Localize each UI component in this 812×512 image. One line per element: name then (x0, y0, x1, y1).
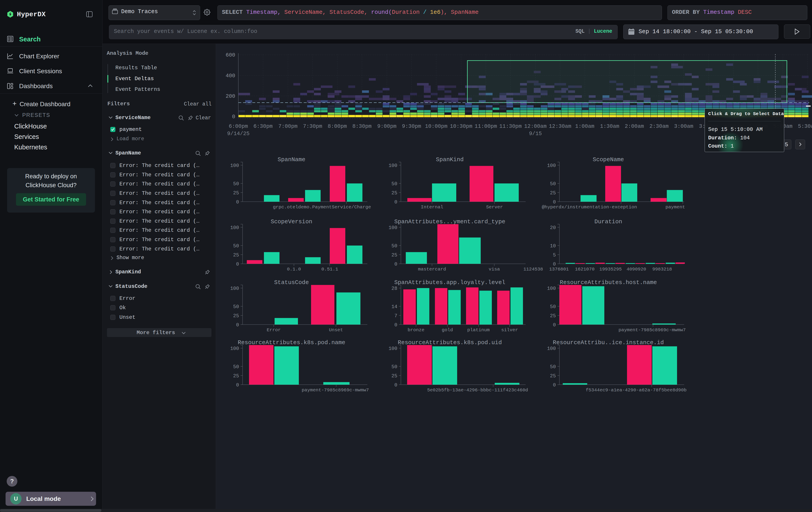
svg-text:0: 0 (395, 199, 397, 205)
svg-text:50: 50 (392, 181, 397, 187)
svg-text:100: 100 (547, 346, 556, 351)
svg-text:25: 25 (233, 373, 239, 379)
svg-text:SpanKind: SpanKind (436, 156, 464, 163)
svg-text:1:30am: 1:30am (600, 123, 619, 129)
svg-text:silver: silver (501, 327, 518, 332)
svg-text:50: 50 (233, 243, 239, 249)
svg-text:payment-7985c8969c-mwmw7: payment-7985c8969c-mwmw7 (618, 327, 686, 332)
svg-text:20: 20 (550, 225, 556, 231)
svg-text:SpanAttributes...yment.card_ty: SpanAttributes...yment.card_type (394, 218, 505, 225)
svg-text:f5344ec9-a1ea-4290-a62a-78f5be: f5344ec9-a1ea-4290-a62a-78f5bee8d90b (586, 387, 687, 393)
svg-text:visa: visa (489, 267, 500, 272)
svg-text:25: 25 (550, 373, 556, 379)
svg-text:25: 25 (233, 190, 239, 196)
svg-text:11:00pm: 11:00pm (475, 123, 497, 129)
svg-text:100: 100 (388, 346, 397, 351)
svg-text:1621070: 1621070 (575, 267, 594, 272)
svg-text:3:00am: 3:00am (674, 123, 693, 129)
svg-text:6:00pm: 6:00pm (229, 123, 248, 129)
svg-text:25: 25 (233, 252, 239, 258)
svg-text:50: 50 (550, 364, 556, 370)
svg-text:9:30pm: 9:30pm (402, 123, 421, 129)
svg-text:grpc.oteldemo.PaymentService/C: grpc.oteldemo.PaymentService/Charge (273, 205, 371, 210)
svg-text:100: 100 (388, 163, 397, 168)
svg-text:0: 0 (236, 382, 239, 388)
svg-text:0: 0 (236, 199, 239, 205)
svg-text:1:00am: 1:00am (575, 123, 594, 129)
svg-text:1124538: 1124538 (523, 267, 543, 272)
svg-text:ResourceAttributes.host.name: ResourceAttributes.host.name (560, 279, 657, 286)
svg-text:7:00pm: 7:00pm (279, 123, 297, 129)
svg-text:19935295: 19935295 (600, 267, 622, 272)
svg-text:50: 50 (233, 364, 239, 370)
svg-text:ScopeName: ScopeName (593, 156, 624, 163)
svg-text:50: 50 (392, 243, 397, 249)
svg-text:payment-7985c8969c-mwmw7: payment-7985c8969c-mwmw7 (302, 387, 369, 393)
svg-text:100: 100 (388, 225, 397, 231)
svg-text:0: 0 (553, 199, 556, 205)
svg-text:25: 25 (233, 313, 239, 319)
svg-text:25: 25 (550, 190, 556, 196)
svg-text:@hyperdx/instrumentation-excep: @hyperdx/instrumentation-exception (542, 205, 637, 210)
svg-text:0: 0 (553, 322, 556, 328)
svg-text:25: 25 (392, 252, 397, 258)
svg-text:100: 100 (230, 163, 239, 168)
svg-text:8:30pm: 8:30pm (352, 123, 372, 129)
svg-text:0.51.1: 0.51.1 (321, 267, 338, 272)
svg-text:9/14/25: 9/14/25 (227, 131, 250, 137)
svg-text:0.1.0: 0.1.0 (287, 267, 301, 272)
svg-text:platinum: platinum (467, 327, 490, 332)
svg-text:SpanName: SpanName (278, 156, 306, 163)
svg-text:10:00pm: 10:00pm (425, 123, 447, 129)
svg-text:50: 50 (392, 364, 397, 370)
svg-text:Error: Error (267, 327, 281, 332)
svg-text:10: 10 (550, 243, 556, 249)
svg-text:Duration: Duration (594, 218, 622, 225)
svg-text:ResourceAttributes.k8s.pod.nam: ResourceAttributes.k8s.pod.name (238, 339, 345, 346)
svg-text:9/15: 9/15 (529, 131, 542, 137)
svg-text:100: 100 (230, 286, 239, 291)
svg-text:2:00am: 2:00am (625, 123, 644, 129)
svg-text:payment: payment (665, 205, 685, 210)
svg-text:Unset: Unset (329, 327, 343, 332)
svg-text:0: 0 (395, 262, 397, 267)
svg-text:50: 50 (550, 181, 556, 187)
svg-text:25: 25 (392, 190, 397, 196)
svg-text:100: 100 (230, 225, 239, 231)
svg-text:SpanAttributes.app.loyalty.lev: SpanAttributes.app.loyalty.level (394, 279, 505, 286)
svg-text:10:30pm: 10:30pm (450, 123, 472, 129)
svg-text:11:30pm: 11:30pm (499, 123, 522, 129)
svg-text:Server: Server (486, 205, 503, 210)
svg-text:StatusCode: StatusCode (274, 279, 309, 286)
svg-text:0: 0 (395, 322, 397, 328)
svg-text:14: 14 (392, 304, 397, 309)
svg-text:0: 0 (236, 322, 239, 328)
svg-text:28: 28 (392, 286, 397, 291)
svg-text:7: 7 (395, 313, 397, 319)
svg-text:25: 25 (392, 373, 397, 379)
svg-text:2:30am: 2:30am (649, 123, 669, 129)
svg-text:ResourceAttributes.k8s.pod.uid: ResourceAttributes.k8s.pod.uid (398, 339, 502, 346)
svg-text:0: 0 (232, 114, 235, 120)
svg-text:bronze: bronze (408, 327, 425, 332)
svg-text:50: 50 (233, 181, 239, 187)
svg-text:9983218: 9983218 (652, 267, 672, 272)
svg-text:1376801: 1376801 (549, 267, 569, 272)
svg-text:50: 50 (550, 304, 556, 309)
svg-text:6:30pm: 6:30pm (254, 123, 272, 129)
svg-text:8:00pm: 8:00pm (328, 123, 347, 129)
svg-text:100: 100 (547, 163, 556, 168)
svg-text:ResourceAttribu..ice.instance.: ResourceAttribu..ice.instance.id (553, 339, 664, 346)
svg-text:5: 5 (553, 252, 556, 258)
svg-text:gold: gold (442, 327, 453, 332)
svg-text:600: 600 (226, 52, 235, 58)
svg-text:0: 0 (395, 382, 397, 388)
svg-text:7:30pm: 7:30pm (303, 123, 322, 129)
svg-text:0: 0 (553, 382, 556, 388)
svg-text:ScopeVersion: ScopeVersion (270, 218, 312, 225)
svg-text:25: 25 (550, 313, 556, 319)
svg-text:100: 100 (547, 286, 556, 291)
svg-text:5e02b5fb-13ae-4296-bbbc-111f42: 5e02b5fb-13ae-4296-bbbc-111f423c460d (427, 387, 528, 393)
svg-text:Internal: Internal (421, 205, 443, 210)
svg-text:4090920: 4090920 (627, 267, 646, 272)
